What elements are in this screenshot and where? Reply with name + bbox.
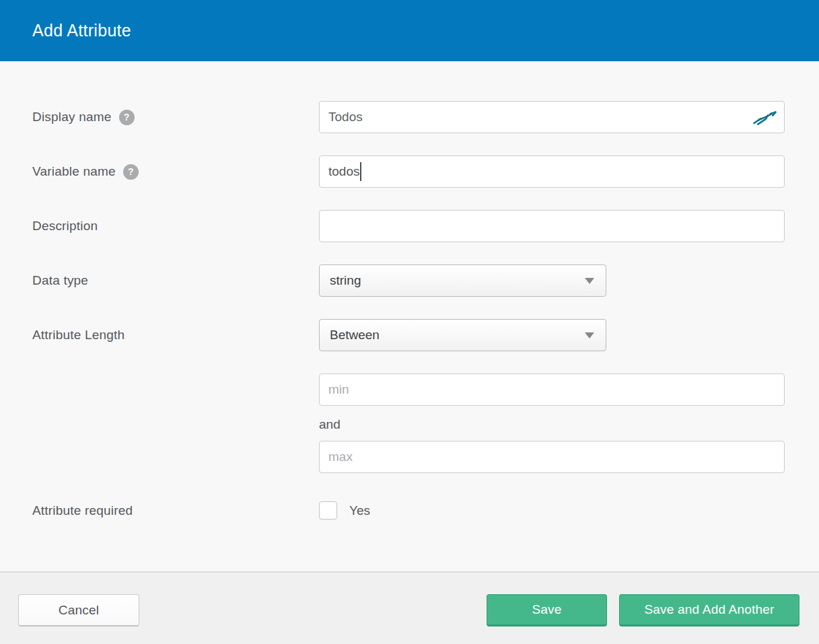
description-label: Description [32, 219, 98, 234]
attribute-required-checkbox[interactable] [319, 501, 337, 520]
variable-name-help-icon[interactable]: ? [123, 164, 139, 180]
dashlane-autofill-icon[interactable] [752, 107, 777, 127]
and-row: and [32, 406, 785, 441]
cancel-button[interactable]: Cancel [18, 594, 139, 627]
and-label: and [319, 417, 341, 431]
dialog-header: Add Attribute [0, 0, 819, 61]
dropdown-arrow-icon [585, 278, 594, 284]
variable-name-input[interactable]: todos [319, 155, 785, 188]
attribute-length-label: Attribute Length [32, 328, 124, 343]
display-name-row: Display name ? [32, 101, 785, 133]
display-name-help-icon[interactable]: ? [119, 110, 135, 125]
data-type-select[interactable]: string [319, 264, 606, 297]
data-type-row: Data type string [32, 264, 785, 297]
save-button[interactable]: Save [487, 594, 607, 627]
display-name-input[interactable] [319, 101, 785, 133]
min-input[interactable] [319, 373, 785, 406]
variable-name-label: Variable name [32, 164, 116, 179]
attribute-required-checkbox-wrap[interactable]: Yes [319, 501, 785, 520]
variable-name-row: Variable name ? todos [32, 155, 785, 188]
data-type-selected-value: string [330, 273, 361, 288]
save-and-add-another-button[interactable]: Save and Add Another [619, 594, 799, 627]
attribute-length-select[interactable]: Between [319, 319, 606, 351]
dialog-title: Add Attribute [32, 21, 131, 40]
attribute-required-checkbox-label[interactable]: Yes [349, 503, 370, 518]
description-input[interactable] [319, 210, 785, 242]
text-caret [360, 162, 361, 181]
display-name-label: Display name [32, 110, 112, 124]
attribute-length-selected-value: Between [330, 328, 380, 343]
dropdown-arrow-icon [585, 332, 594, 338]
dialog-footer: Cancel Save Save and Add Another [0, 571, 819, 644]
add-attribute-form: Display name ? Vari [0, 61, 819, 571]
variable-name-value: todos [328, 164, 359, 179]
description-row: Description [32, 210, 785, 242]
max-row [32, 441, 785, 473]
data-type-label: Data type [32, 273, 88, 288]
max-input[interactable] [319, 441, 785, 473]
min-row [32, 373, 785, 406]
attribute-required-label: Attribute required [32, 503, 133, 518]
attribute-required-row: Attribute required Yes [32, 501, 785, 520]
attribute-length-row: Attribute Length Between [32, 319, 785, 351]
